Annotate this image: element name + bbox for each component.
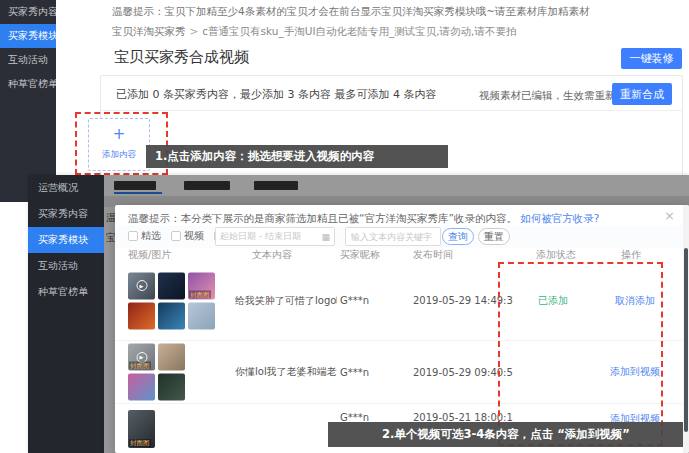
cell-nick: G***n bbox=[340, 261, 410, 340]
sidebar-item-种草官榜单[interactable]: 种草官榜单 bbox=[28, 279, 104, 305]
cell-text: 你懂lol我了老婆和端老 bbox=[235, 341, 337, 403]
content-thumbnail[interactable] bbox=[158, 344, 185, 371]
date-placeholder: 起始日期 - 结束日期 bbox=[220, 230, 321, 243]
add-content-tile[interactable]: + 添加内容 bbox=[88, 118, 150, 171]
add-content-label: 添加内容 bbox=[89, 149, 149, 161]
cover-badge: 封面图 bbox=[189, 290, 211, 298]
divider bbox=[101, 110, 682, 111]
annotation-step1: 1.点击添加内容：挑选想要进入视频的内容 bbox=[146, 145, 448, 168]
breadcrumb-current: c普通宝贝有sku_手淘UI自动化老陆专用_测试宝贝,请勿动,请不要拍 bbox=[202, 25, 516, 37]
breadcrumb: 宝贝洋淘买家秀>c普通宝贝有sku_手淘UI自动化老陆专用_测试宝贝,请勿动,请… bbox=[112, 25, 678, 39]
content-thumbnail[interactable]: 封面图 bbox=[128, 410, 155, 448]
checkbox-icon bbox=[128, 231, 138, 241]
cell-time: 2019-05-29 09:40:57 bbox=[413, 341, 513, 403]
sidebar-item-买家秀模块[interactable]: 买家秀模块 bbox=[0, 24, 56, 48]
modal-tip-text: 温馨提示：本分类下展示的是商家筛选加精且已被“官方洋淘买家秀库”收录的内容。 bbox=[128, 212, 517, 224]
annotation-step2: 2.单个视频可选3-4条内容，点击 “添加到视频” bbox=[328, 422, 684, 447]
thumbnail-grid: ▶封面图 bbox=[128, 344, 185, 401]
cover-badge: 封面图 bbox=[129, 439, 151, 447]
cell-nick: G***n bbox=[340, 341, 410, 403]
content-thumbnail[interactable] bbox=[158, 272, 185, 299]
sidebar-main: 买家秀内容买家秀模块互动活动种草官榜单 bbox=[0, 0, 56, 202]
filter-checkbox-视频[interactable]: 视频 bbox=[171, 229, 204, 243]
content-thumbnail[interactable] bbox=[188, 302, 215, 329]
action-link[interactable]: 添加到视频 bbox=[593, 341, 677, 403]
sidebar-background: 运营概况买家秀内容买家秀模块互动活动种草官榜单 bbox=[28, 175, 104, 453]
query-button[interactable]: 查询 bbox=[442, 228, 474, 245]
close-icon[interactable]: × bbox=[664, 208, 675, 223]
column-header-视频/图片: 视频/图片 bbox=[128, 248, 171, 262]
sidebar-item-运营概况[interactable]: 运营概况 bbox=[28, 175, 104, 201]
column-header-买家昵称: 买家昵称 bbox=[340, 248, 380, 262]
content-thumbnail[interactable] bbox=[158, 302, 185, 329]
breadcrumb-separator: > bbox=[190, 25, 199, 37]
column-header-操作: 操作 bbox=[621, 248, 641, 262]
sidebar-item-买家秀模块[interactable]: 买家秀模块 bbox=[28, 227, 104, 253]
added-count-info: 已添加 0 条买家秀内容，最少添加 3 条内容 最多可添加 4 条内容 bbox=[116, 87, 436, 102]
checkbox-icon bbox=[171, 231, 181, 241]
checkbox-label: 精选 bbox=[141, 229, 161, 243]
column-header-文本内容: 文本内容 bbox=[252, 248, 292, 262]
table-header: 视频/图片文本内容买家昵称发布时间添加状态操作 bbox=[115, 248, 689, 261]
content-thumbnail[interactable]: 封面图 bbox=[188, 272, 215, 299]
content-thumbnail[interactable] bbox=[128, 302, 155, 329]
page-tip: 温馨提示：宝贝下加精至少4条素材的宝贝才会在前台显示宝贝洋淘买家秀模块哦~请至素… bbox=[112, 5, 678, 19]
one-key-decorate-button[interactable]: 一键装修 bbox=[621, 48, 682, 69]
table-row: ▶封面图给我笑肿了可惜了logo晒靴G***n2019-05-29 14:49:… bbox=[115, 261, 683, 340]
search-input[interactable] bbox=[345, 227, 441, 246]
content-thumbnail[interactable] bbox=[128, 374, 155, 401]
recompose-button[interactable]: 重新合成 bbox=[612, 83, 672, 105]
page-title: 宝贝买家秀合成视频 bbox=[114, 48, 249, 67]
modal-scrollbar bbox=[683, 205, 689, 453]
thumbnail-grid: ▶封面图 bbox=[128, 272, 215, 329]
content-thumbnail[interactable] bbox=[158, 374, 185, 401]
sidebar-item-互动活动[interactable]: 互动活动 bbox=[0, 48, 56, 72]
column-header-发布时间: 发布时间 bbox=[413, 248, 453, 262]
play-icon: ▶ bbox=[136, 280, 147, 291]
content-thumbnail[interactable]: ▶封面图 bbox=[128, 344, 155, 371]
filter-bar: 精选视频置顶 起始日期 - 结束日期 ▦ 查询 重置 bbox=[115, 226, 689, 248]
modal-tip: 温馨提示：本分类下展示的是商家筛选加精且已被“官方洋淘买家秀库”收录的内容。 如… bbox=[128, 212, 668, 226]
sidebar-item-买家秀内容[interactable]: 买家秀内容 bbox=[0, 0, 56, 24]
sidebar-item-买家秀内容[interactable]: 买家秀内容 bbox=[28, 201, 104, 227]
column-header-添加状态: 添加状态 bbox=[536, 248, 576, 262]
screen: 买家秀内容买家秀模块互动活动种草官榜单 温馨提示：宝贝下加精至少4条素材的宝贝才… bbox=[0, 0, 689, 453]
official-include-link[interactable]: 如何被官方收录? bbox=[520, 212, 599, 224]
select-content-modal: × 温馨提示：本分类下展示的是商家筛选加精且已被“官方洋淘买家秀库”收录的内容。… bbox=[115, 205, 689, 453]
status-badge: 已添加 bbox=[508, 261, 598, 340]
cell-text: 给我笑肿了可惜了logo晒靴 bbox=[235, 261, 337, 340]
checkbox-label: 视频 bbox=[184, 229, 204, 243]
action-link[interactable]: 取消添加 bbox=[593, 261, 677, 340]
compose-video-card: 已添加 0 条买家秀内容，最少添加 3 条内容 最多可添加 4 条内容 视频素材… bbox=[100, 75, 683, 187]
plus-icon: + bbox=[89, 119, 149, 149]
scrollbar-thumb[interactable] bbox=[684, 248, 688, 432]
thumbnail-grid: 封面图 bbox=[128, 410, 155, 448]
cell-time: 2019-05-29 14:49:37 bbox=[413, 261, 513, 340]
content-thumbnail[interactable]: ▶ bbox=[128, 272, 155, 299]
sidebar-item-种草官榜单[interactable]: 种草官榜单 bbox=[0, 72, 56, 96]
calendar-icon: ▦ bbox=[321, 232, 330, 242]
cover-badge: 封面图 bbox=[129, 362, 151, 370]
date-range-input[interactable]: 起始日期 - 结束日期 ▦ bbox=[215, 227, 335, 246]
breadcrumb-root[interactable]: 宝贝洋淘买家秀 bbox=[112, 25, 186, 37]
reset-button[interactable]: 重置 bbox=[478, 228, 510, 245]
table-row: ▶封面图你懂lol我了老婆和端老G***n2019-05-29 09:40:57… bbox=[115, 340, 683, 403]
sidebar-item-互动活动[interactable]: 互动活动 bbox=[28, 253, 104, 279]
filter-checkbox-精选[interactable]: 精选 bbox=[128, 229, 161, 243]
